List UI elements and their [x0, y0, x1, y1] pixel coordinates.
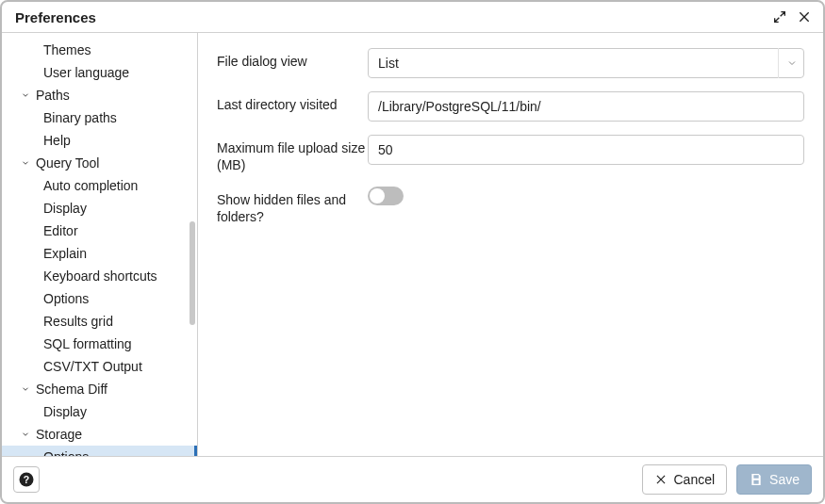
toggle-knob	[370, 188, 385, 203]
cancel-button[interactable]: Cancel	[642, 464, 727, 495]
footer-actions: Cancel Save	[642, 464, 812, 495]
window-controls	[770, 8, 814, 26]
show-hidden-toggle[interactable]	[368, 187, 404, 205]
chevron-down-icon	[778, 48, 804, 78]
tree-item-label: Auto completion	[43, 178, 138, 193]
tree-item[interactable]: Editor	[2, 219, 197, 242]
chevron-down-icon	[19, 158, 32, 168]
preferences-tree: ThemesUser languagePathsBinary pathsHelp…	[2, 33, 197, 456]
tree-item-label: Results grid	[43, 314, 113, 329]
svg-text:?: ?	[24, 474, 29, 485]
tree-item-label: User language	[43, 65, 129, 80]
footer: ? Cancel Save	[2, 457, 823, 502]
close-icon[interactable]	[795, 8, 814, 26]
tree-item[interactable]: Display	[2, 197, 197, 219]
tree-item[interactable]: Display	[2, 400, 197, 423]
tree-item[interactable]: Help	[2, 129, 197, 152]
tree-item-label: Storage	[36, 427, 82, 442]
main-panel: File dialog view List Last directory vis…	[198, 33, 823, 456]
field-file-dialog-view: File dialog view List	[217, 48, 804, 78]
tree-group[interactable]: Query Tool	[2, 152, 197, 174]
expand-icon[interactable]	[770, 8, 789, 26]
tree-item[interactable]: Binary paths	[2, 106, 197, 129]
chevron-down-icon	[19, 430, 32, 439]
field-last-directory: Last directory visited	[217, 91, 804, 122]
save-icon	[749, 472, 764, 487]
cancel-label: Cancel	[673, 472, 715, 487]
chevron-down-icon	[19, 384, 32, 394]
tree-group[interactable]: Schema Diff	[2, 378, 197, 400]
file-dialog-view-value: List	[378, 56, 399, 71]
tree-item-label: Paths	[36, 88, 70, 103]
label-file-dialog-view: File dialog view	[217, 48, 368, 71]
tree-item-label: SQL formatting	[43, 336, 132, 351]
sidebar: ThemesUser languagePathsBinary pathsHelp…	[2, 33, 198, 456]
tree-item[interactable]: Keyboard shortcuts	[2, 265, 197, 287]
field-max-upload: Maximum file upload size (MB)	[217, 135, 804, 173]
tree-item-label: Explain	[43, 246, 87, 261]
tree-item[interactable]: User language	[2, 61, 197, 84]
scrollbar-thumb[interactable]	[190, 221, 195, 325]
tree-item-label: Themes	[43, 42, 91, 57]
tree-group[interactable]: Paths	[2, 84, 197, 106]
max-upload-input[interactable]	[368, 135, 804, 165]
field-show-hidden: Show hidden files and folders?	[217, 187, 804, 225]
tree-item[interactable]: SQL formatting	[2, 333, 197, 355]
label-show-hidden: Show hidden files and folders?	[217, 187, 368, 225]
save-label: Save	[769, 472, 800, 487]
tree-item-label: Options	[43, 449, 89, 456]
tree-item-label: Query Tool	[36, 155, 99, 171]
label-max-upload: Maximum file upload size (MB)	[217, 135, 368, 173]
tree-item[interactable]: Themes	[2, 39, 197, 61]
preferences-dialog: Preferences ThemesUser languagePathsBina…	[0, 0, 825, 504]
tree-item-label: Schema Diff	[36, 382, 107, 397]
tree-item-label: Help	[43, 133, 71, 148]
label-last-directory: Last directory visited	[217, 91, 368, 114]
window-title: Preferences	[15, 9, 96, 25]
save-button[interactable]: Save	[736, 464, 812, 495]
tree-item[interactable]: Results grid	[2, 310, 197, 333]
tree-item[interactable]: CSV/TXT Output	[2, 355, 197, 378]
chevron-down-icon	[19, 90, 32, 100]
tree-item-label: Options	[43, 291, 89, 306]
tree-group[interactable]: Storage	[2, 423, 197, 446]
tree-item-label: Editor	[43, 223, 78, 238]
last-directory-input[interactable]	[368, 91, 804, 122]
tree-item-label: CSV/TXT Output	[43, 359, 142, 374]
titlebar: Preferences	[2, 2, 823, 33]
tree-item[interactable]: Explain	[2, 242, 197, 265]
dialog-body: ThemesUser languagePathsBinary pathsHelp…	[2, 33, 823, 457]
tree-item-label: Display	[43, 404, 87, 419]
tree-item-label: Binary paths	[43, 110, 117, 125]
tree-item-label: Display	[43, 201, 87, 216]
close-icon	[654, 473, 668, 486]
tree-item-label: Keyboard shortcuts	[43, 268, 157, 284]
tree-item[interactable]: Options	[2, 446, 197, 456]
help-button[interactable]: ?	[13, 466, 40, 493]
file-dialog-view-select[interactable]: List	[368, 48, 804, 78]
tree-item[interactable]: Auto completion	[2, 174, 197, 197]
tree-item[interactable]: Options	[2, 287, 197, 310]
